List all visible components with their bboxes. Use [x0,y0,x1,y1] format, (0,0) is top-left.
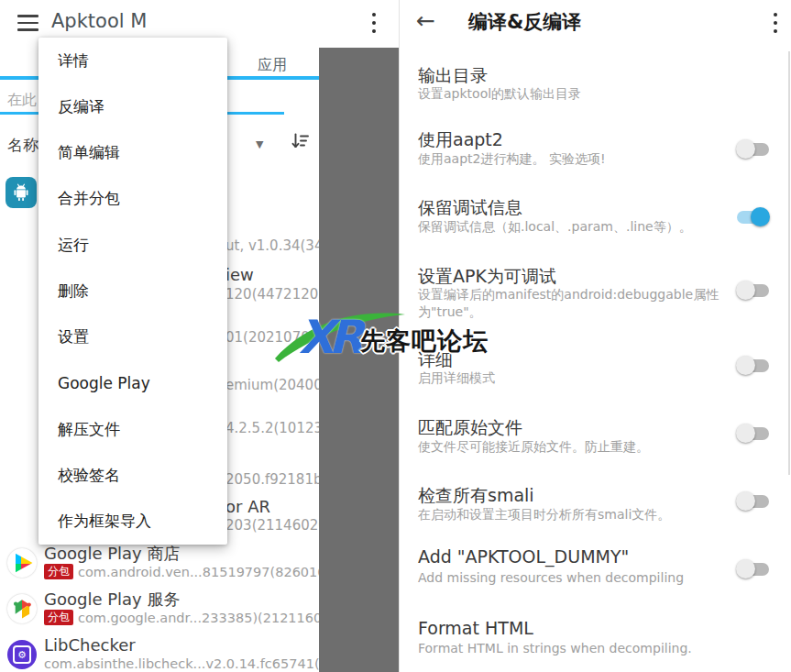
split-badge: 分包 [44,564,73,579]
menu-item-google-play[interactable]: Google Play [38,360,227,406]
screenshot-root: 应用 在此 名称 ▼ [0,0,791,672]
setting-keep-debug-info[interactable]: 保留调试信息 [418,196,522,220]
toggle-use-aapt2[interactable] [736,139,770,160]
context-menu: 详情 反编译 简单编辑 合并分包 运行 删除 设置 Google Play 解压… [38,38,227,545]
dropdown-caret-icon[interactable]: ▼ [256,138,263,150]
list-item-fragment: iew [225,265,254,284]
app-name[interactable]: LibChecker [44,635,136,655]
menu-item-simple-edit[interactable]: 简单编辑 [38,130,227,176]
menu-item-details[interactable]: 详情 [38,38,227,83]
menu-item-verify-signature[interactable]: 校验签名 [38,452,227,498]
toggle-check-all-smali[interactable] [736,491,770,512]
setting-use-aapt2[interactable]: 使用aapt2 [418,128,503,152]
setting-subtitle: 在启动和设置主项目时分析所有smali文件。 [418,506,670,523]
menu-item-decompile[interactable]: 反编译 [38,83,227,129]
app-package-row: 分包 com.android.ven...81519797(82601610) [44,564,348,579]
overflow-icon[interactable] [371,13,377,33]
toggle-apktool-dummy[interactable] [736,559,770,579]
settings-screen: ← 编译&反编译 输出目录 设置apktool的默认输出目录 使用aapt2 使… [399,0,791,672]
app-name[interactable]: Google Play 商店 [44,543,180,565]
list-item-fragment: ut, v1.0.34(34) [225,237,328,254]
app-package-row: 分包 com.google.andr...233385)(212116037) [44,610,344,625]
menu-item-merge-splits[interactable]: 合并分包 [38,176,227,222]
setting-subtitle: 启用详细模式 [418,369,495,387]
sort-icon[interactable] [291,131,311,155]
hamburger-icon[interactable] [17,15,38,31]
play-services-icon [7,594,37,623]
dimmed-filler-area [319,48,399,672]
play-store-icon [7,548,37,578]
scrollbar[interactable] [788,51,791,475]
menu-item-import-as-framework[interactable]: 作为框架导入 [38,499,227,545]
toggle-debuggable[interactable] [736,281,770,301]
overflow-icon[interactable] [773,13,778,33]
search-input[interactable]: 在此 [7,91,37,110]
toggle-match-original[interactable] [736,424,770,444]
split-badge: 分包 [44,610,73,625]
app-package: com.android.ven...81519797(82601610) [78,565,348,579]
settings-page-title: 编译&反编译 [468,9,581,35]
menu-item-settings[interactable]: 设置 [38,314,227,360]
setting-subtitle: 设置apktool的默认输出目录 [418,85,581,103]
toggle-verbose[interactable] [736,356,770,376]
setting-apktool-dummy[interactable]: Add "APKTOOL_DUMMY" [418,546,629,567]
setting-match-original[interactable]: 匹配原始文件 [418,416,522,440]
app-package: com.google.andr...233385)(212116037) [78,611,344,625]
setting-subtitle: 设置编译后的manifest的android:debuggable属性 为"tr… [418,286,748,321]
menu-item-run[interactable]: 运行 [38,222,227,268]
setting-subtitle: Format HTML in strings when decompiling. [418,640,692,657]
setting-subtitle: 使文件尽可能接近原始文件。防止重建。 [418,438,649,456]
setting-subtitle: Add missing resources when decompiling [418,569,684,587]
setting-check-all-smali[interactable]: 检查所有smali [418,484,534,508]
menu-item-extract-files[interactable]: 解压文件 [38,406,227,452]
list-item-fragment: 4.2.5.2(10123) [225,420,328,436]
app-name[interactable]: Google Play 服务 [44,589,180,611]
apktool-main-screen: 应用 在此 名称 ▼ [0,0,399,672]
setting-subtitle: 保留调试信息（如.local、.param、.line等）。 [418,218,692,236]
list-item-fragment: or AR [225,497,270,516]
menu-item-delete[interactable]: 删除 [38,268,227,314]
setting-format-html[interactable]: Format HTML [418,618,533,638]
gear-icon: ⚙ [17,650,27,660]
libchecker-icon: ⚙ [7,640,37,669]
app-package-row: com.absinthe.libcheck...v2.0.14.fc65741(… [44,656,350,671]
app-package: com.absinthe.libcheck...v2.0.14.fc65741(… [44,656,350,671]
toggle-keep-debug-info[interactable] [736,207,770,227]
android-icon [5,177,37,208]
tab-apps[interactable]: 应用 [240,56,304,75]
setting-subtitle: 使用aapt2进行构建。 实验选项! [418,150,606,168]
back-icon[interactable]: ← [416,7,435,34]
sort-field-label[interactable]: 名称 [7,135,38,156]
app-title: Apktool M [51,10,147,32]
